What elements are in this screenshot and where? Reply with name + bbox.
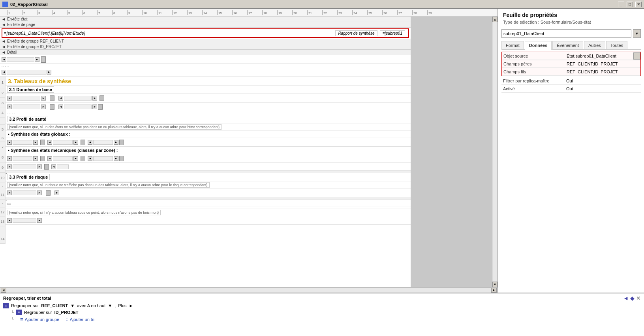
vertical-scrollbar[interactable]: ▲ ▼ xyxy=(492,17,498,287)
hscroll-left-btn[interactable]: ◄ xyxy=(1,288,6,293)
add-sort-btn[interactable]: ↕ Ajouter un tri xyxy=(66,316,94,322)
s14-left[interactable]: ◄ xyxy=(7,218,12,223)
ruler-mark: 20 xyxy=(292,10,307,15)
scroll-down-btn[interactable]: ▼ xyxy=(492,282,498,287)
scroll-row-7: ◄ ► ◄ ► ◄ ► xyxy=(6,138,411,147)
scroll-up-btn[interactable]: ▲ xyxy=(492,17,498,22)
title-bar-text: 02_RapportGlobal xyxy=(10,2,616,7)
s4-track xyxy=(13,105,40,109)
s9-left2[interactable]: ◄ xyxy=(47,156,52,161)
ruler-mark: 25 xyxy=(367,10,382,15)
tab-toutes[interactable]: Toutes xyxy=(606,41,627,49)
s9-right3[interactable]: ► xyxy=(114,156,118,161)
s9-right[interactable]: ► xyxy=(33,156,38,161)
group-row-1: ≡ Regrouper sur REF_CLIENT ▼ avec A en h… xyxy=(3,303,641,308)
nav-btn-close[interactable]: ✕ xyxy=(636,295,641,301)
s7-left3[interactable]: ◄ xyxy=(88,140,92,145)
s14-right[interactable]: ► xyxy=(37,218,42,223)
add-sort-icon: ↕ xyxy=(66,316,68,322)
bottom-grouping-panel: Regrouper, trier et total ◄ ◆ ✕ ≡ Regrou… xyxy=(0,293,644,336)
scroll-track-v[interactable] xyxy=(492,22,498,282)
props-dropdown: ▼ xyxy=(501,29,641,38)
horizontal-scrollbar[interactable]: ◄ ► xyxy=(0,287,498,293)
s4-left[interactable]: ◄ xyxy=(7,105,12,109)
s10-left2[interactable]: ◄ xyxy=(51,164,56,169)
s3-right[interactable]: ► xyxy=(41,96,46,101)
tab-format[interactable]: Format xyxy=(501,41,524,49)
subform-control[interactable]: =[subrep01_DataClient].[Etat]![NomEtude]… xyxy=(2,28,409,38)
ruler-mark: 28 xyxy=(412,10,427,15)
maximize-button[interactable]: □ xyxy=(627,2,633,7)
s3-right2[interactable]: ► xyxy=(92,96,97,101)
add-indent: └ xyxy=(11,317,14,321)
nav-btn-left[interactable]: ◄ xyxy=(623,295,629,301)
s3-left[interactable]: ◄ xyxy=(7,96,12,101)
s7-right3[interactable]: ► xyxy=(114,140,118,145)
s4-right2[interactable]: ► xyxy=(92,105,97,109)
prop-value-filtrer: Oui xyxy=(565,78,641,84)
s7-right2[interactable]: ► xyxy=(73,140,78,145)
s9-left[interactable]: ◄ xyxy=(7,156,12,161)
s10-left[interactable]: ◄ xyxy=(7,164,12,169)
s9-left3[interactable]: ◄ xyxy=(88,156,92,161)
s3-left2[interactable]: ◄ xyxy=(58,96,63,101)
scroll-handle xyxy=(41,56,46,63)
scroll-right-btn-2[interactable]: ► xyxy=(47,70,51,75)
dropdown-arrow-btn[interactable]: ▼ xyxy=(633,29,641,38)
ruler-mark: 17 xyxy=(247,10,262,15)
s7-left[interactable]: ◄ xyxy=(7,140,12,145)
section-label-id-projet: ◄ En-tête de groupe ID_PROJET xyxy=(0,44,63,49)
subform-value-text: =[subrep01 xyxy=(380,30,405,36)
subform-field-expression: =[subrep01_DataClient].[Etat]![NomEtude] xyxy=(4,31,85,35)
s7-left2[interactable]: ◄ xyxy=(47,140,52,145)
close-button[interactable]: ✕ xyxy=(635,2,642,7)
s11-right2[interactable]: ► xyxy=(54,190,59,195)
ruler-mark: 10 xyxy=(142,10,157,15)
hscroll-right-btn[interactable]: ► xyxy=(491,288,497,293)
tab-donnees[interactable]: Données xyxy=(525,41,552,50)
prop-value-champs-peres: REF_CLIENT;ID_PROJET xyxy=(565,61,640,67)
prop-row-champs-peres: Champs pères REF_CLIENT;ID_PROJET xyxy=(502,60,640,68)
group-indent-icon: └ xyxy=(11,310,14,315)
group-icon-2: ≡ xyxy=(16,310,22,315)
row-numbers: 1 2 3 4 ..... 5 6 7 8 9 10 xyxy=(0,77,6,244)
scroll-row-11: ◄ ► ► xyxy=(6,189,411,197)
minimize-button[interactable]: _ xyxy=(618,2,624,7)
scroll-right-btn[interactable]: ► xyxy=(35,57,39,62)
tab-evenement[interactable]: Événement xyxy=(552,41,583,49)
s7-right[interactable]: ► xyxy=(33,140,38,145)
group-more-arrow-1[interactable]: ► xyxy=(129,303,133,308)
s4-right[interactable]: ► xyxy=(41,105,46,109)
s3-handle xyxy=(50,95,54,101)
prop-value-champs-fils: REF_CLIENT;ID_PROJET xyxy=(565,69,640,75)
s4-handle2 xyxy=(98,104,103,110)
section-label-detail: ◄ Détail xyxy=(0,50,19,55)
s9-right2[interactable]: ► xyxy=(73,156,78,161)
ruler-mark: 1 xyxy=(7,10,22,15)
scroll-left-btn-2[interactable]: ◄ xyxy=(2,70,6,75)
add-group-btn[interactable]: ≡ Ajouter un groupe xyxy=(20,316,59,322)
s4-left2[interactable]: ◄ xyxy=(58,105,63,109)
nav-btn-diamond[interactable]: ◆ xyxy=(630,295,635,301)
s11-right[interactable]: ► xyxy=(37,190,42,195)
title-bar: 02_RapportGlobal _ □ ✕ xyxy=(0,0,644,9)
ruler-mark: 21 xyxy=(307,10,322,15)
ruler-mark: 11 xyxy=(157,10,172,15)
ruler-mark: 4 xyxy=(52,10,67,15)
s11-left[interactable]: ◄ xyxy=(7,190,12,195)
ruler-mark: 7 xyxy=(97,10,112,15)
report-designer: 1 2 3 4 5 6 7 8 9 10 11 12 13 14 15 16 1 xyxy=(0,9,498,293)
tab-autres[interactable]: Autres xyxy=(584,41,605,49)
object-select-input[interactable] xyxy=(501,29,631,38)
scroll-left-btn[interactable]: ◄ xyxy=(2,57,6,62)
s3-handle2 xyxy=(100,95,104,101)
prop-edit-btn-0[interactable]: … xyxy=(633,52,640,60)
bottom-nav-btns: ◄ ◆ ✕ xyxy=(623,295,641,301)
group-sort-btn-1[interactable]: ▼ xyxy=(108,303,112,308)
hscroll-track[interactable] xyxy=(6,288,491,293)
s10-right[interactable]: ► xyxy=(37,164,42,169)
report-scroll-area[interactable]: ◄ En-tête état ◄ En-tête de page xyxy=(0,17,492,287)
ruler-mark: 23 xyxy=(337,10,352,15)
s3-track xyxy=(13,96,40,101)
note-3-3: {veuillez noter que, si un risque ne s'a… xyxy=(6,181,411,189)
